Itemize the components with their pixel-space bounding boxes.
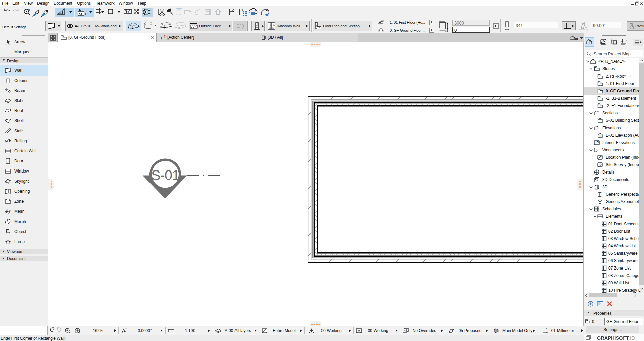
svg-text:00-Working: 00-Working — [368, 328, 388, 333]
svg-text:01-Millimeter: 01-Millimeter — [551, 328, 574, 333]
svg-text:S-01: S-01 — [151, 167, 180, 183]
svg-text:00-Working: 00-Working — [321, 328, 341, 333]
svg-text:A-00-All layers: A-00-All layers — [225, 328, 251, 333]
svg-text:05-Proposed: 05-Proposed — [459, 328, 482, 333]
svg-text:Main Model Only: Main Model Only — [502, 328, 532, 333]
svg-text:1:100: 1:100 — [185, 328, 195, 333]
svg-text:Entire Model: Entire Model — [273, 328, 295, 333]
svg-text:α: α — [585, 25, 587, 29]
svg-text:XY: XY — [79, 12, 83, 15]
svg-text:0.0000°: 0.0000° — [138, 328, 152, 333]
svg-text:12: 12 — [126, 11, 129, 14]
svg-text:No Overrides: No Overrides — [413, 328, 436, 333]
svg-text:162%: 162% — [93, 328, 103, 333]
